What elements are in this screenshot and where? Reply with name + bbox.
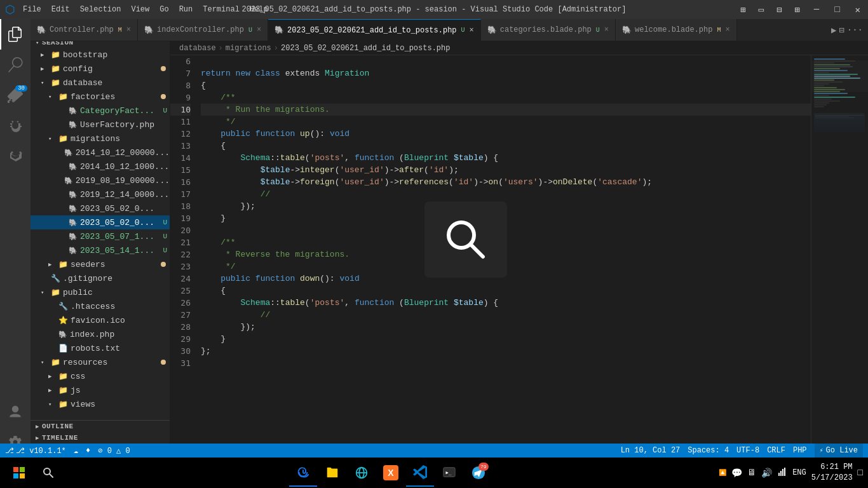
run-code-btn[interactable]: ▶ (831, 25, 836, 36)
menu-terminal[interactable]: Terminal (198, 0, 245, 19)
taskbar-clock[interactable]: 6:21 PM 5/17/2023 (811, 462, 853, 484)
tree-item-migration-3[interactable]: 🐘 2019_08_19_00000... (31, 173, 170, 187)
start-button[interactable] (5, 459, 33, 487)
tab-categories[interactable]: 🐘 categories.blade.php U × (481, 19, 616, 41)
taskbar-edge[interactable] (289, 459, 317, 487)
activity-debug[interactable] (0, 111, 31, 141)
taskbar-vscode[interactable] (406, 459, 434, 487)
taskbar-search[interactable] (34, 459, 62, 487)
tree-item-views[interactable]: ▾ 📁 views (31, 397, 170, 411)
tree-item-public[interactable]: ▾ 📁 public (31, 285, 170, 299)
status-branch[interactable]: ⎇ ⎇ v10.1.1* (5, 446, 66, 456)
tree-item-js[interactable]: ▶ 📁 js (31, 383, 170, 397)
tray-notification[interactable]: □ (858, 468, 863, 478)
tree-item-robots[interactable]: 📄 robots.txt (31, 341, 170, 355)
code-line-29: } (201, 333, 811, 345)
breadcrumb-item-file[interactable]: 2023_05_02_020621_add_id_to_posts.php (281, 44, 450, 53)
tree-item-bootstrap[interactable]: ▶ 📁 bootstrap (31, 48, 170, 62)
status-errors[interactable]: ⊘ 0 △ 0 (98, 446, 130, 456)
svg-rect-17 (780, 471, 782, 476)
status-sync[interactable]: ☁ (74, 446, 78, 456)
status-position[interactable]: Ln 10, Col 27 (621, 446, 681, 455)
taskbar-terminal[interactable]: ▶_ (435, 459, 463, 487)
tree-item-migration-1[interactable]: 🐘 2014_10_12_00000... (31, 146, 170, 159)
breadcrumb-item-database[interactable]: database (179, 44, 216, 53)
svg-rect-18 (782, 469, 783, 476)
tree-item-favicon[interactable]: ⭐ favicon.ico (31, 313, 170, 327)
tray-chat[interactable]: 💬 (731, 468, 742, 478)
status-remote[interactable]: ♦ (86, 446, 90, 455)
panels-btn[interactable]: ⊟ (770, 0, 788, 19)
menu-edit[interactable]: Edit (46, 0, 75, 19)
tree-item-migration-4[interactable]: 🐘 2019_12_14_0000... (31, 187, 170, 201)
activity-account[interactable] (0, 396, 31, 427)
tree-item-migrations[interactable]: ▾ 📁 migrations (31, 132, 170, 146)
tree-item-database[interactable]: ▾ 📁 database (31, 76, 170, 90)
code-content[interactable]: return new class extends Migration { /**… (196, 55, 811, 444)
split-editor-btn2[interactable]: ⊟ (839, 25, 844, 36)
tab-close-icon[interactable]: × (604, 25, 609, 34)
tab-close-icon[interactable]: × (470, 26, 474, 35)
status-spaces[interactable]: Spaces: 4 (688, 446, 729, 455)
tab-controller[interactable]: 🐘 Controller.php M × (31, 19, 138, 41)
activity-explorer[interactable] (0, 19, 31, 50)
outline-header[interactable]: ▶ OUTLINE (31, 421, 170, 432)
tree-item-htaccess[interactable]: 🔧 .htaccess (31, 299, 170, 313)
tab-close-icon[interactable]: × (126, 25, 131, 34)
status-language[interactable]: PHP (793, 446, 807, 455)
tree-item-gitignore[interactable]: 🔧 .gitignore (31, 271, 170, 285)
tab-welcome[interactable]: 🐘 welcome.blade.php M × (616, 19, 737, 41)
taskbar-xampp[interactable]: X (377, 459, 405, 487)
tray-volume[interactable]: 🔊 (761, 468, 772, 478)
tree-item-migration-2[interactable]: 🐘 2014_10_12_1000... (31, 159, 170, 173)
tab-indexcontroller[interactable]: 🐘 indexController.php U × (138, 19, 268, 41)
tree-item-css[interactable]: ▶ 📁 css (31, 369, 170, 383)
menu-file[interactable]: File (18, 0, 46, 19)
tab-close-icon[interactable]: × (725, 25, 729, 34)
minimize-btn[interactable]: ─ (806, 0, 827, 19)
more-actions-btn[interactable]: ··· (847, 25, 863, 35)
taskbar-telegram[interactable]: 79 (465, 459, 492, 487)
customize-btn[interactable]: ⊞ (788, 0, 806, 19)
taskbar-files[interactable] (318, 459, 346, 487)
breadcrumb-sep: › (219, 44, 223, 53)
menu-selection[interactable]: Selection (75, 0, 126, 19)
activity-scm[interactable]: 30 (0, 80, 31, 111)
tree-item-factories[interactable]: ▾ 📁 factories (31, 90, 170, 104)
tray-display[interactable]: 🖥 (747, 468, 756, 478)
tab-modified: M (118, 27, 122, 34)
tree-item-seeders[interactable]: ▶ 📁 seeders (31, 257, 170, 271)
timeline-header[interactable]: ▶ TIMELINE (31, 432, 170, 444)
taskbar-ie[interactable] (348, 459, 376, 487)
maximize-btn[interactable]: □ (827, 0, 847, 19)
close-btn[interactable]: ✕ (848, 0, 868, 19)
tree-item-migration-7[interactable]: 🐘 2023_05_14_1... U (31, 243, 170, 257)
tree-item-migration-5[interactable]: 🐘 2023_05_02_0... (31, 201, 170, 215)
tab-label: Controller.php (50, 25, 114, 34)
activity-search[interactable] (0, 50, 31, 80)
tree-item-categoryfactory[interactable]: 🐘 CategoryFact... U (31, 104, 170, 118)
tree-item-resources[interactable]: ▾ 📁 resources (31, 355, 170, 369)
tree-item-userfactory[interactable]: 🐘 UserFactory.php (31, 118, 170, 132)
tray-language[interactable]: ENG (792, 468, 806, 477)
menu-go[interactable]: Go (154, 0, 173, 19)
split-editor-btn[interactable]: ⊞ (734, 0, 752, 19)
tray-network[interactable] (777, 466, 787, 479)
tab-close-icon[interactable]: × (257, 25, 261, 34)
menu-view[interactable]: View (126, 0, 154, 19)
menu-run[interactable]: Run (174, 0, 198, 19)
tray-up-arrow[interactable]: 🔼 (719, 469, 726, 477)
activity-extensions[interactable] (0, 141, 31, 172)
tab-migration-active[interactable]: 🐘 2023_05_02_020621_add_id_to_posts.php … (268, 19, 481, 41)
breadcrumb-item-migrations[interactable]: migrations (226, 44, 271, 53)
status-eol[interactable]: CRLF (767, 446, 785, 455)
tree-item-migration-active[interactable]: 🐘 2023_05_02_0... U (31, 215, 170, 229)
status-golive[interactable]: ⚡ Go Live (815, 444, 863, 458)
layout-btn[interactable]: ▭ (752, 0, 770, 19)
status-encoding[interactable]: UTF-8 (736, 446, 759, 455)
tree-item-config[interactable]: ▶ 📁 config (31, 62, 170, 76)
tab-modified: M (717, 27, 721, 34)
code-line-15: $table->integer('user_id')->after('id'); (201, 164, 811, 176)
tree-item-migration-6[interactable]: 🐘 2023_05_07_1... U (31, 229, 170, 243)
tree-item-index[interactable]: 🐘 index.php (31, 327, 170, 341)
